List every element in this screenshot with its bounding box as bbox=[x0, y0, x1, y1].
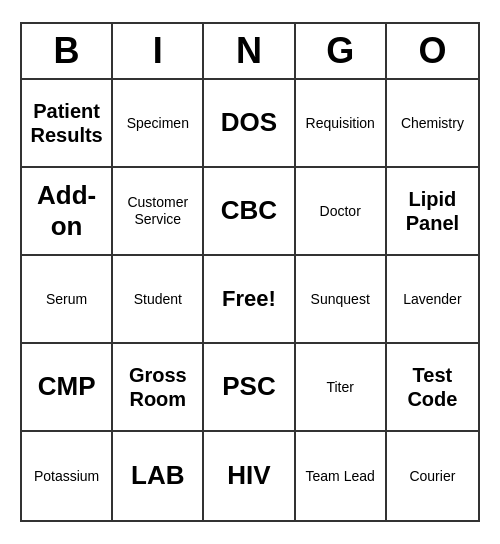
header-letter: N bbox=[204, 24, 295, 78]
bingo-header: BINGO bbox=[22, 24, 478, 80]
bingo-cell: Patient Results bbox=[22, 80, 113, 168]
bingo-cell: Courier bbox=[387, 432, 478, 520]
header-letter: G bbox=[296, 24, 387, 78]
bingo-cell: Team Lead bbox=[296, 432, 387, 520]
bingo-cell: HIV bbox=[204, 432, 295, 520]
bingo-cell: Student bbox=[113, 256, 204, 344]
bingo-cell: Add-on bbox=[22, 168, 113, 256]
bingo-cell: Requisition bbox=[296, 80, 387, 168]
bingo-cell: DOS bbox=[204, 80, 295, 168]
bingo-grid: Patient ResultsSpecimenDOSRequisitionChe… bbox=[22, 80, 478, 520]
bingo-cell: CBC bbox=[204, 168, 295, 256]
bingo-cell: Lavender bbox=[387, 256, 478, 344]
bingo-cell: Test Code bbox=[387, 344, 478, 432]
bingo-card: BINGO Patient ResultsSpecimenDOSRequisit… bbox=[20, 22, 480, 522]
bingo-cell: Chemistry bbox=[387, 80, 478, 168]
bingo-cell: Lipid Panel bbox=[387, 168, 478, 256]
bingo-cell: Serum bbox=[22, 256, 113, 344]
bingo-cell: Customer Service bbox=[113, 168, 204, 256]
bingo-cell: Potassium bbox=[22, 432, 113, 520]
bingo-cell: Free! bbox=[204, 256, 295, 344]
bingo-cell: Doctor bbox=[296, 168, 387, 256]
header-letter: B bbox=[22, 24, 113, 78]
bingo-cell: PSC bbox=[204, 344, 295, 432]
header-letter: I bbox=[113, 24, 204, 78]
bingo-cell: Titer bbox=[296, 344, 387, 432]
bingo-cell: Gross Room bbox=[113, 344, 204, 432]
header-letter: O bbox=[387, 24, 478, 78]
bingo-cell: Specimen bbox=[113, 80, 204, 168]
bingo-cell: CMP bbox=[22, 344, 113, 432]
bingo-cell: Sunquest bbox=[296, 256, 387, 344]
bingo-cell: LAB bbox=[113, 432, 204, 520]
